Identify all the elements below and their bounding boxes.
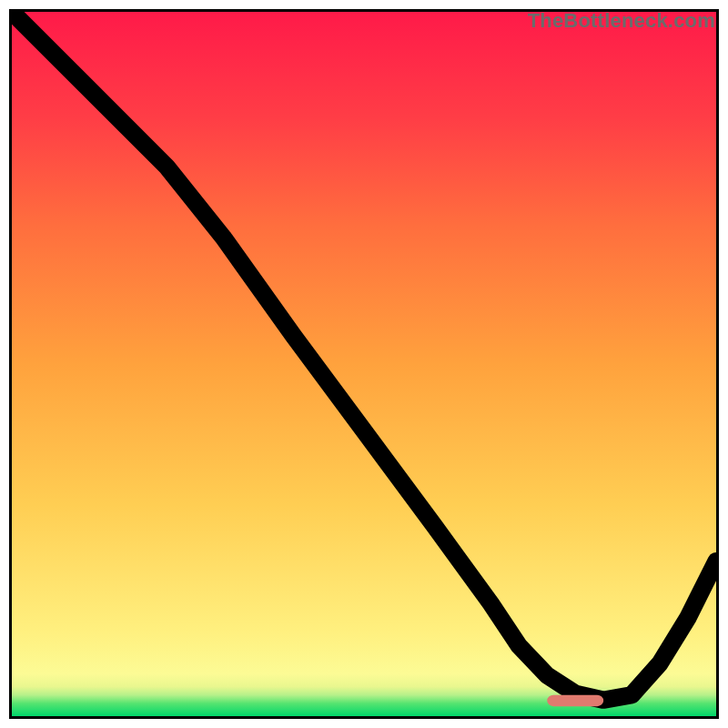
bottleneck-curve [15, 15, 716, 700]
plot-svg [12, 12, 716, 716]
optimal-range-marker [547, 695, 603, 706]
chart-stage: TheBottleneck.com [0, 0, 728, 728]
plot-area [9, 9, 719, 719]
